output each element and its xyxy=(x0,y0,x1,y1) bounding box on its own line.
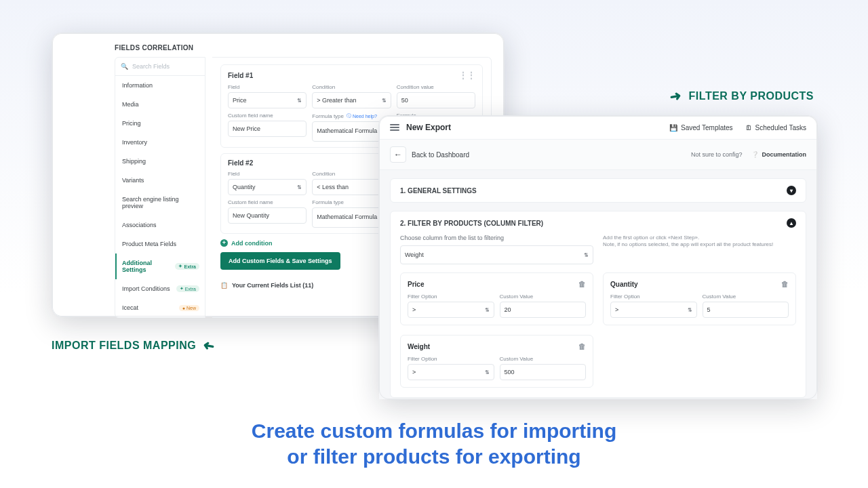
trash-icon[interactable]: 🗑 xyxy=(578,342,586,350)
annotation-import-text: IMPORT FIELDS MAPPING xyxy=(52,340,196,352)
sidebar-item-additional[interactable]: Additional Settings✦ Extra xyxy=(115,253,205,279)
trash-icon[interactable]: 🗑 xyxy=(578,280,586,288)
sidebar: 🔍 Search Fields Information Media Pricin… xyxy=(115,57,205,318)
field-title: Field #2 xyxy=(228,159,253,167)
sidebar-item-media[interactable]: Media xyxy=(115,95,205,114)
chevron-down-icon: ▾ xyxy=(787,186,796,195)
custom-value-input[interactable]: 20 xyxy=(500,302,587,318)
note-text: Add the first option or click «Next Step… xyxy=(603,235,796,249)
sidebar-item-inventory[interactable]: Inventory xyxy=(115,133,205,152)
save-icon: 💾 xyxy=(669,124,677,131)
filter-option-select[interactable]: >⇅ xyxy=(610,302,697,318)
badge-new: ● New xyxy=(179,305,199,311)
search-placeholder: Search Fields xyxy=(132,63,170,70)
trash-icon[interactable]: 🗑 xyxy=(781,280,789,288)
custom-name-input[interactable]: New Quantity xyxy=(228,207,307,224)
field-select[interactable]: Price⇅ xyxy=(228,92,307,108)
menu-icon[interactable] xyxy=(390,124,399,131)
annotation-import: IMPORT FIELDS MAPPING ➜ xyxy=(52,338,215,354)
back-label[interactable]: Back to Dashboard xyxy=(412,151,469,159)
arrow-left-icon: ← xyxy=(394,150,402,159)
choose-label: Choose column from the list to filtering xyxy=(400,235,593,241)
filter-option-select[interactable]: >⇅ xyxy=(408,302,494,318)
scheduled-tasks-link[interactable]: 🗓Scheduled Tasks xyxy=(745,124,806,131)
saved-templates-link[interactable]: 💾Saved Templates xyxy=(669,124,733,131)
section-filter-toggle[interactable]: 2. FILTER BY PRODUCTS (COLUMN FILTER)▴ xyxy=(391,211,806,235)
chevron-up-icon: ▴ xyxy=(787,218,796,228)
sidebar-item-seo[interactable]: Search engine listing preview xyxy=(115,190,205,216)
custom-name-input[interactable]: New Price xyxy=(228,121,307,137)
annotation-filter-text: FILTER BY PRODUCTS xyxy=(689,90,814,102)
field-select[interactable]: Quantity⇅ xyxy=(228,179,307,195)
annotation-filter: FILTER BY PRODUCTS ➜ xyxy=(670,88,814,104)
filter-card-quantity: Quantity🗑 Filter Option>⇅ Custom Value5 xyxy=(603,272,796,325)
badge-extra: ✦ Extra xyxy=(175,263,199,270)
chevron-icon: ⇅ xyxy=(485,369,490,375)
sidebar-item-information[interactable]: Information xyxy=(115,76,205,95)
condition-select[interactable]: > Greater than⇅ xyxy=(312,92,391,108)
chevron-icon: ⇅ xyxy=(297,98,302,104)
sidebar-item-associations[interactable]: Associations xyxy=(115,216,205,235)
custom-value-input[interactable]: 5 xyxy=(703,302,789,318)
question-icon: ❔ xyxy=(751,151,759,158)
column-select[interactable]: Weight⇅ xyxy=(400,245,593,264)
section-filter: 2. FILTER BY PRODUCTS (COLUMN FILTER)▴ C… xyxy=(390,211,806,398)
arrow-icon: ➜ xyxy=(201,337,216,355)
list-icon: 📋 xyxy=(220,282,228,289)
sidebar-item-import-cond[interactable]: Import Conditions✦ Extra xyxy=(115,279,205,298)
plus-icon: + xyxy=(220,239,228,247)
sidebar-item-shipping[interactable]: Shipping xyxy=(115,152,205,171)
chevron-icon: ⇅ xyxy=(688,307,692,313)
filter-option-select[interactable]: >⇅ xyxy=(408,364,494,380)
sidebar-item-icecat[interactable]: Icecat● New xyxy=(115,298,205,317)
chevron-icon: ⇅ xyxy=(297,184,302,190)
chevron-icon: ⇅ xyxy=(584,252,589,258)
arrow-icon: ➜ xyxy=(669,87,683,106)
export-panel: New Export 💾Saved Templates 🗓Scheduled T… xyxy=(378,115,818,400)
badge-extra: ✦ Extra xyxy=(176,285,199,292)
back-button[interactable]: ← xyxy=(390,146,406,163)
drag-icon[interactable]: ⋮⋮ xyxy=(459,70,475,80)
section-general[interactable]: 1. GENERAL SETTINGS▾ xyxy=(390,178,806,203)
calendar-icon: 🗓 xyxy=(745,124,752,131)
headline: Create custom formulas for importing or … xyxy=(0,418,868,469)
documentation-link[interactable]: ❔Documentation xyxy=(751,151,806,158)
page-title: New Export xyxy=(406,123,451,132)
chevron-icon: ⇅ xyxy=(382,98,387,104)
sidebar-item-pricing[interactable]: Pricing xyxy=(115,114,205,133)
search-icon: 🔍 xyxy=(121,63,128,70)
current-fields-link[interactable]: 📋Your Current Fields List (11) xyxy=(220,282,313,289)
panel-title: FIELDS CORRELATION xyxy=(52,33,504,57)
save-button[interactable]: Add Custom Fields & Save Settings xyxy=(220,252,340,270)
condition-value-input[interactable]: 50 xyxy=(397,92,475,108)
filter-card-weight: Weight🗑 Filter Option>⇅ Custom Value500 xyxy=(400,335,593,388)
filter-card-price: Price🗑 Filter Option>⇅ Custom Value20 xyxy=(400,272,593,325)
not-sure-text: Not sure to config? xyxy=(691,151,743,158)
custom-value-input[interactable]: 500 xyxy=(500,364,587,380)
sidebar-item-meta[interactable]: Product Meta Fields xyxy=(115,235,205,253)
chevron-icon: ⇅ xyxy=(485,307,490,313)
sidebar-item-variants[interactable]: Variants xyxy=(115,171,205,190)
field-title: Field #1 xyxy=(228,72,253,79)
search-input[interactable]: 🔍 Search Fields xyxy=(115,58,205,76)
help-link[interactable]: ⓘ Need help? xyxy=(347,113,377,119)
